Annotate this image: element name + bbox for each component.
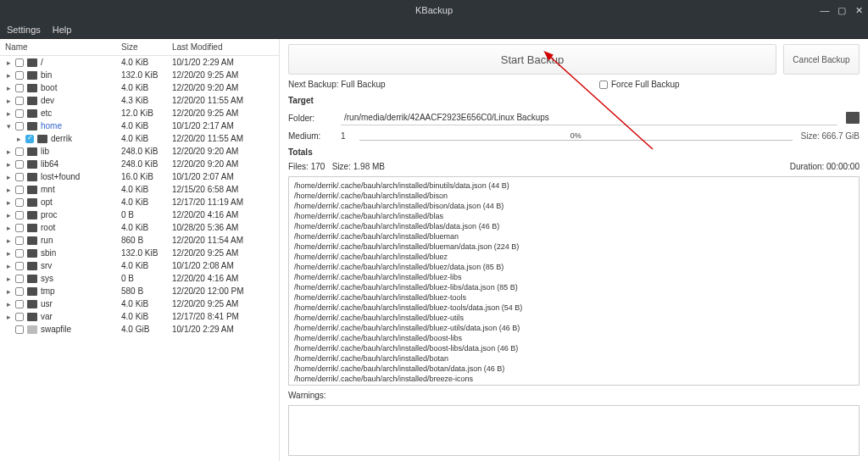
checkbox-icon[interactable] bbox=[15, 97, 24, 105]
tree-row[interactable]: ▸mnt4.0 KiB12/15/20 6:58 AM bbox=[0, 183, 279, 196]
tree-row[interactable]: ▸var4.0 KiB12/17/20 8:41 PM bbox=[0, 310, 279, 323]
expand-icon[interactable]: ▸ bbox=[5, 287, 12, 296]
expand-icon[interactable]: ▸ bbox=[5, 275, 12, 283]
tree-row[interactable]: ▸proc0 B12/20/20 4:16 AM bbox=[0, 208, 279, 221]
maximize-icon[interactable]: ▢ bbox=[836, 5, 848, 16]
folder-open-icon[interactable] bbox=[846, 112, 860, 124]
totals-heading: Totals bbox=[288, 147, 860, 157]
tree-item-label: mnt bbox=[41, 185, 55, 194]
checkbox-icon[interactable] bbox=[15, 186, 24, 194]
expand-icon[interactable]: ▸ bbox=[5, 186, 12, 194]
expand-icon[interactable]: ▸ bbox=[5, 84, 12, 92]
log-line: /home/derrik/.cache/bauh/arch/installed/… bbox=[294, 272, 854, 282]
expand-icon[interactable]: ▸ bbox=[5, 313, 12, 321]
tree-row[interactable]: ▸lib248.0 KiB12/20/20 9:20 AM bbox=[0, 145, 279, 158]
checkbox-icon[interactable] bbox=[15, 122, 24, 131]
checkbox-icon[interactable] bbox=[15, 313, 24, 321]
expand-icon[interactable]: ▾ bbox=[5, 122, 12, 131]
tree-row[interactable]: ▸sys0 B12/20/20 4:16 AM bbox=[0, 272, 279, 285]
minimize-icon[interactable]: — bbox=[819, 5, 831, 15]
menu-settings[interactable]: Settings bbox=[7, 25, 41, 35]
expand-icon[interactable]: ▸ bbox=[5, 262, 12, 270]
col-name[interactable]: Name bbox=[5, 42, 121, 52]
expand-icon[interactable]: ▸ bbox=[5, 300, 12, 308]
expand-icon[interactable]: ▸ bbox=[5, 109, 12, 118]
main-panel: Start Backup Cancel Backup Next Backup: … bbox=[280, 39, 868, 461]
checkbox-icon[interactable] bbox=[15, 160, 24, 169]
tree-item-size: 248.0 KiB bbox=[121, 159, 172, 169]
tree-body[interactable]: ▸/4.0 KiB10/1/20 2:29 AM▸bin132.0 KiB12/… bbox=[0, 56, 279, 461]
tree-row[interactable]: ▸srv4.0 KiB10/1/20 2:08 AM bbox=[0, 259, 279, 272]
checkbox-icon[interactable] bbox=[15, 325, 24, 334]
checkbox-icon[interactable] bbox=[15, 287, 24, 296]
tree-row[interactable]: ▸lost+found16.0 KiB10/1/20 2:07 AM bbox=[0, 170, 279, 183]
start-backup-button[interactable]: Start Backup bbox=[288, 44, 776, 75]
tree-row[interactable]: swapfile4.0 GiB10/1/20 2:29 AM bbox=[0, 323, 279, 336]
checkbox-icon[interactable] bbox=[15, 300, 24, 308]
tree-item-label: root bbox=[41, 223, 55, 232]
tree-row[interactable]: ▸sbin132.0 KiB12/20/20 9:25 AM bbox=[0, 247, 279, 259]
warnings-box[interactable] bbox=[288, 405, 860, 456]
tree-row[interactable]: ▸dev4.3 KiB12/20/20 11:55 AM bbox=[0, 94, 279, 107]
close-icon[interactable]: ✕ bbox=[853, 5, 865, 16]
checkbox-icon[interactable] bbox=[15, 275, 24, 283]
checkbox-icon[interactable] bbox=[15, 84, 24, 92]
checkbox-icon[interactable] bbox=[15, 211, 24, 219]
tree-item-size: 12.0 KiB bbox=[121, 108, 172, 118]
next-backup-value: Full Backup bbox=[341, 80, 385, 89]
checkbox-icon[interactable] bbox=[15, 224, 24, 232]
menu-help[interactable]: Help bbox=[53, 25, 72, 35]
folder-input[interactable] bbox=[341, 110, 837, 125]
checkbox-icon[interactable] bbox=[15, 71, 24, 80]
expand-icon[interactable]: ▸ bbox=[5, 58, 12, 67]
tree-row[interactable]: ▸derrik4.0 KiB12/20/20 11:55 AM bbox=[0, 132, 279, 145]
checkbox-icon[interactable] bbox=[25, 135, 34, 143]
tree-item-date: 10/1/20 2:29 AM bbox=[172, 325, 274, 334]
tree-row[interactable]: ▸run860 B12/20/20 11:54 AM bbox=[0, 234, 279, 247]
expand-icon[interactable]: ▸ bbox=[5, 71, 12, 80]
expand-icon[interactable]: ▸ bbox=[5, 97, 12, 105]
tree-row[interactable]: ▸usr4.0 KiB12/20/20 9:25 AM bbox=[0, 297, 279, 310]
tree-item-size: 860 B bbox=[121, 236, 172, 245]
checkbox-icon[interactable] bbox=[15, 198, 24, 207]
tree-item-date: 12/20/20 4:16 AM bbox=[172, 274, 274, 283]
expand-icon[interactable]: ▸ bbox=[5, 224, 12, 232]
expand-icon[interactable]: ▸ bbox=[15, 135, 22, 143]
col-size[interactable]: Size bbox=[121, 42, 172, 52]
expand-icon[interactable]: ▸ bbox=[5, 249, 12, 258]
expand-icon[interactable]: ▸ bbox=[5, 173, 12, 181]
tree-row[interactable]: ▸root4.0 KiB10/28/20 5:36 AM bbox=[0, 221, 279, 234]
checkbox-icon[interactable] bbox=[15, 147, 24, 156]
expand-icon[interactable]: ▸ bbox=[5, 211, 12, 219]
expand-icon[interactable]: ▸ bbox=[5, 236, 12, 245]
tree-item-size: 4.3 KiB bbox=[121, 96, 172, 105]
tree-row[interactable]: ▸/4.0 KiB10/1/20 2:29 AM bbox=[0, 56, 279, 69]
tree-row[interactable]: ▸boot4.0 KiB12/20/20 9:20 AM bbox=[0, 81, 279, 94]
expand-icon[interactable]: ▸ bbox=[5, 147, 12, 156]
tree-item-date: 12/20/20 9:20 AM bbox=[172, 159, 274, 169]
force-full-checkbox[interactable]: Force Full Backup bbox=[599, 80, 680, 89]
col-modified[interactable]: Last Modified bbox=[172, 42, 274, 52]
tree-row[interactable]: ▸opt4.0 KiB12/17/20 11:19 AM bbox=[0, 196, 279, 208]
checkbox-icon[interactable] bbox=[15, 173, 24, 181]
tree-row[interactable]: ▸bin132.0 KiB12/20/20 9:25 AM bbox=[0, 69, 279, 81]
checkbox-icon[interactable] bbox=[15, 249, 24, 258]
cancel-backup-button[interactable]: Cancel Backup bbox=[783, 44, 860, 75]
expand-icon[interactable]: ▸ bbox=[5, 160, 12, 169]
tree-row[interactable]: ▸lib64248.0 KiB12/20/20 9:20 AM bbox=[0, 158, 279, 170]
tree-row[interactable]: ▸etc12.0 KiB12/20/20 9:25 AM bbox=[0, 107, 279, 119]
tree-item-label: dev bbox=[41, 96, 54, 105]
tree-row[interactable]: ▸tmp580 B12/20/20 12:00 PM bbox=[0, 285, 279, 297]
checkbox-icon[interactable] bbox=[15, 262, 24, 270]
checkbox-icon[interactable] bbox=[15, 109, 24, 118]
checkbox-icon[interactable] bbox=[15, 236, 24, 245]
log-line: /home/derrik/.cache/bauh/arch/installed/… bbox=[294, 262, 854, 272]
checkbox-icon[interactable] bbox=[15, 58, 24, 67]
folder-icon bbox=[27, 211, 37, 219]
target-heading: Target bbox=[288, 96, 860, 105]
backup-log[interactable]: /home/derrik/.cache/bauh/arch/installed/… bbox=[288, 176, 860, 386]
expand-icon[interactable]: ▸ bbox=[5, 198, 12, 207]
checkbox-icon[interactable] bbox=[599, 81, 608, 89]
tree-row[interactable]: ▾home4.0 KiB10/1/20 2:17 AM bbox=[0, 119, 279, 132]
tree-item-date: 12/20/20 11:55 AM bbox=[172, 134, 274, 143]
